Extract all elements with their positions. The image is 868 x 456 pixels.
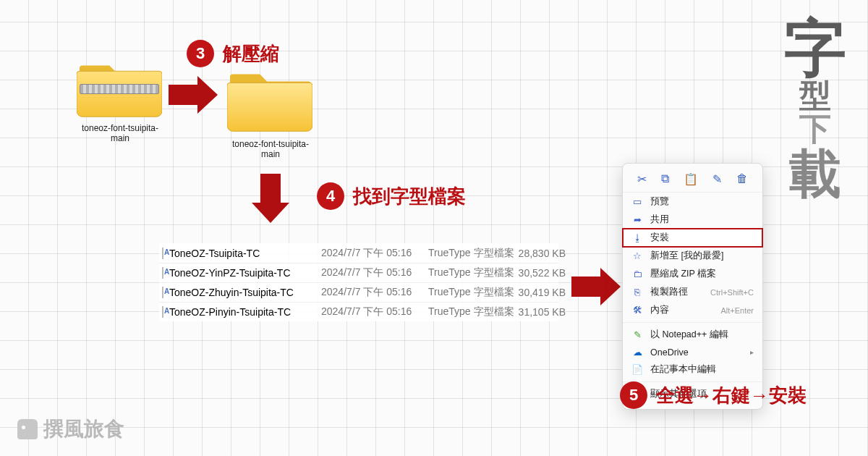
menu-zip-label: 壓縮成 ZIP 檔案	[650, 268, 716, 280]
menu-props-label: 內容	[650, 304, 669, 316]
menu-fav-label: 新增至 [我的最愛]	[650, 250, 723, 262]
menu-copypath-hint: Ctrl+Shift+C	[710, 288, 754, 297]
copy-icon[interactable]: ⧉	[661, 172, 669, 186]
delete-icon[interactable]: 🗑	[736, 172, 748, 186]
menu-preview-label: 預覽	[650, 195, 669, 208]
context-menu-toolbar: ✂ ⧉ 📋 ✎ 🗑	[623, 169, 762, 193]
paste-icon[interactable]: 📋	[684, 172, 698, 186]
step-5: 5 全選→右鍵→安裝	[620, 381, 807, 409]
menu-notepad[interactable]: 📄 在記事本中編輯	[623, 360, 762, 379]
menu-onedrive[interactable]: ☁ OneDrive ▸	[623, 344, 762, 360]
cut-icon[interactable]: ✂	[637, 172, 647, 186]
file-size: 30,419 KB	[515, 287, 566, 298]
folder-icon	[227, 65, 312, 135]
rename-icon[interactable]: ✎	[712, 172, 722, 186]
file-type: TrueType 字型檔案	[428, 286, 515, 299]
wrench-icon: 🛠	[631, 305, 643, 316]
share-icon: ➦	[631, 214, 643, 225]
step-5-label: 全選→右鍵→安裝	[656, 383, 807, 408]
step-4: 4 找到字型檔案	[317, 182, 466, 210]
zipper-icon	[80, 84, 159, 94]
menu-copy-path[interactable]: ⎘ 複製路徑 Ctrl+Shift+C	[623, 283, 762, 301]
menu-install[interactable]: ⭳ 安裝	[623, 229, 762, 247]
file-name: ToneOZ-YinPZ-Tsuipita-TC	[169, 267, 321, 279]
folder-extracted-label: toneoz-font-tsuipita-main	[227, 139, 314, 159]
star-icon: ☆	[631, 250, 643, 261]
step-4-label: 找到字型檔案	[353, 184, 466, 209]
font-file-icon	[162, 306, 163, 318]
menu-properties[interactable]: 🛠 內容 Alt+Enter	[623, 301, 762, 319]
menu-notepadpp[interactable]: ✎ 以 Notepad++ 編輯	[623, 326, 762, 344]
file-date: 2024/7/7 下午 05:16	[321, 286, 428, 299]
menu-preview[interactable]: ▭ 預覽	[623, 193, 762, 211]
watermark: 撰風旅食	[17, 415, 124, 443]
step-4-badge: 4	[317, 182, 344, 210]
menu-share-label: 共用	[650, 214, 669, 226]
notepadpp-icon: ✎	[631, 329, 643, 340]
side-title-4: 載	[789, 146, 841, 203]
file-type: TrueType 字型檔案	[428, 247, 515, 260]
file-size: 30,522 KB	[515, 267, 566, 279]
context-menu: ✂ ⧉ 📋 ✎ 🗑 ▭ 預覽 ➦ 共用 ⭳ 安裝 ☆ 新增至 [我的最愛] 🗀 …	[622, 163, 763, 410]
folder-zip[interactable]: toneoz-font-tsuipita-main	[77, 49, 163, 143]
onedrive-icon: ☁	[631, 347, 643, 358]
file-size: 28,830 KB	[515, 248, 566, 259]
menu-onedrive-label: OneDrive	[650, 347, 689, 358]
file-type: TrueType 字型檔案	[428, 305, 515, 318]
archive-icon: 🗀	[631, 269, 643, 279]
chevron-right-icon: ▸	[750, 348, 754, 356]
watermark-logo-icon	[17, 419, 38, 439]
side-title: 字 型 下 載	[784, 17, 846, 204]
step-3-badge: 3	[187, 40, 214, 67]
download-icon: ⭳	[631, 232, 643, 243]
step-3-label: 解壓縮	[223, 41, 279, 67]
file-size: 31,105 KB	[515, 306, 566, 318]
file-name: ToneOZ-Tsuipita-TC	[169, 248, 321, 259]
menu-npp-label: 以 Notepad++ 編輯	[650, 329, 728, 341]
menu-share[interactable]: ➦ 共用	[623, 211, 762, 229]
file-date: 2024/7/7 下午 05:16	[321, 247, 428, 260]
file-date: 2024/7/7 下午 05:16	[321, 266, 428, 279]
file-type: TrueType 字型檔案	[428, 266, 515, 279]
menu-copypath-label: 複製路徑	[650, 286, 688, 298]
separator	[623, 322, 762, 323]
table-row[interactable]: ToneOZ-Pinyin-Tsuipita-TC 2024/7/7 下午 05…	[159, 302, 558, 321]
file-name: ToneOZ-Pinyin-Tsuipita-TC	[169, 306, 321, 318]
side-title-1: 字	[784, 17, 846, 80]
folder-zip-label: toneoz-font-tsuipita-main	[77, 123, 163, 143]
file-list: ToneOZ-Tsuipita-TC 2024/7/7 下午 05:16 Tru…	[159, 243, 558, 321]
path-icon: ⎘	[631, 287, 643, 297]
side-title-2: 型	[799, 80, 831, 113]
menu-notepad-label: 在記事本中編輯	[650, 363, 716, 376]
menu-install-label: 安裝	[650, 232, 669, 244]
step-3: 3 解壓縮	[187, 40, 279, 67]
table-row[interactable]: ToneOZ-Tsuipita-TC 2024/7/7 下午 05:16 Tru…	[159, 243, 558, 263]
font-file-icon	[162, 267, 163, 279]
menu-compress-zip[interactable]: 🗀 壓縮成 ZIP 檔案	[623, 265, 762, 283]
watermark-text: 撰風旅食	[43, 415, 124, 443]
folder-extracted[interactable]: toneoz-font-tsuipita-main	[227, 65, 314, 159]
menu-add-favorite[interactable]: ☆ 新增至 [我的最愛]	[623, 247, 762, 265]
table-row[interactable]: ToneOZ-Zhuyin-Tsuipita-TC 2024/7/7 下午 05…	[159, 282, 558, 302]
font-file-icon	[162, 248, 163, 259]
notepad-icon: 📄	[631, 364, 643, 375]
font-file-icon	[162, 287, 163, 298]
file-date: 2024/7/7 下午 05:16	[321, 305, 428, 318]
file-name: ToneOZ-Zhuyin-Tsuipita-TC	[169, 287, 321, 298]
table-row[interactable]: ToneOZ-YinPZ-Tsuipita-TC 2024/7/7 下午 05:…	[159, 263, 558, 282]
menu-props-hint: Alt+Enter	[720, 306, 754, 315]
doc-icon: ▭	[631, 196, 643, 207]
step-5-badge: 5	[620, 381, 647, 409]
side-title-3: 下	[799, 113, 831, 146]
